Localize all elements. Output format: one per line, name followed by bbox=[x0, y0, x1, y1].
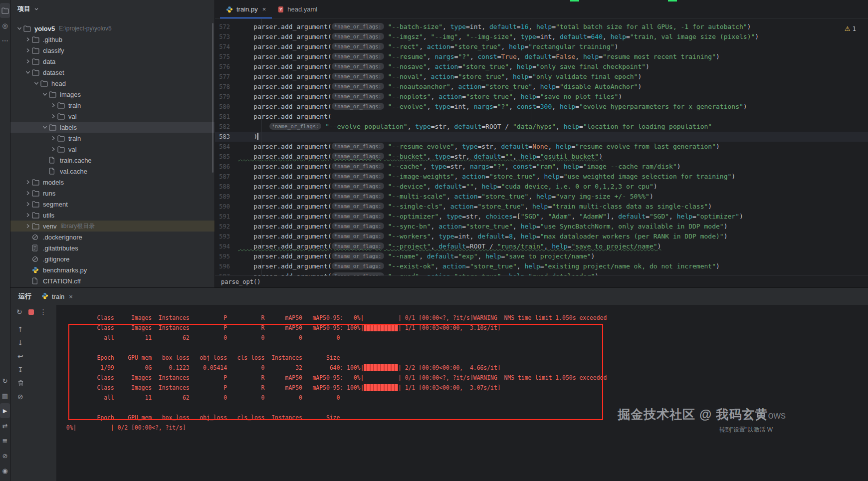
tree-item-CITATION.cff[interactable]: CITATION.cff bbox=[10, 275, 215, 286]
code-line-589[interactable]: 589 parser.add_argument(*name_or_flags: … bbox=[215, 192, 868, 202]
code-line-591[interactable]: 591 parser.add_argument(*name_or_flags: … bbox=[215, 212, 868, 222]
chevron-right-icon[interactable] bbox=[24, 36, 32, 43]
chevron-down-icon[interactable] bbox=[15, 25, 23, 32]
sync-tool-icon[interactable]: ↻ bbox=[0, 373, 10, 388]
down-stack-button[interactable]: ↓ bbox=[17, 337, 30, 348]
tree-item-dataset[interactable]: dataset bbox=[10, 67, 215, 78]
tree-item-venv[interactable]: venvlibrary根目录 bbox=[10, 221, 215, 232]
code-line-582[interactable]: 582 *name_or_flags: "--evolve_population… bbox=[215, 122, 868, 132]
code-line-584[interactable]: 584 parser.add_argument(*name_or_flags: … bbox=[215, 142, 868, 152]
tree-item-classify[interactable]: classify bbox=[10, 45, 215, 56]
run-console[interactable]: Class Images Instances P R mAP50 mAP50-9… bbox=[56, 305, 868, 481]
structure-tool-icon[interactable]: ▦ bbox=[0, 388, 10, 403]
stop-button[interactable] bbox=[28, 309, 34, 315]
run-tool-icon[interactable]: ▶ bbox=[0, 403, 10, 418]
tab-train.py[interactable]: train.py× bbox=[220, 0, 272, 18]
commit-tool-icon[interactable]: ◎ bbox=[0, 18, 10, 33]
tree-item-val.cache[interactable]: val.cache bbox=[10, 166, 215, 177]
code-line-597[interactable]: 597 parser.add_argument(*name_or_flags: … bbox=[215, 271, 868, 275]
code-line-577[interactable]: 577 parser.add_argument(*name_or_flags: … bbox=[215, 72, 868, 82]
notifications-tool-icon[interactable]: ◉ bbox=[0, 463, 10, 478]
code-line-586[interactable]: 586 parser.add_argument(*name_or_flags: … bbox=[215, 162, 868, 172]
chevron-right-icon[interactable] bbox=[49, 146, 57, 153]
chevron-right-icon[interactable] bbox=[24, 190, 32, 197]
chevron-right-icon[interactable] bbox=[49, 113, 57, 120]
breadcrumb[interactable]: parse_opt() bbox=[215, 275, 868, 287]
rerun-button[interactable]: ↻ bbox=[16, 308, 22, 316]
tree-item-head[interactable]: head bbox=[10, 78, 215, 89]
chevron-right-icon[interactable] bbox=[49, 135, 57, 142]
tree-item-val[interactable]: val bbox=[10, 111, 215, 122]
code-line-594[interactable]: 594 parser.add_argument(*name_or_flags: … bbox=[215, 241, 868, 251]
tree-item-.gitignore[interactable]: .gitignore bbox=[10, 253, 215, 264]
tab-head.yaml[interactable]: head.yaml bbox=[272, 0, 323, 18]
code-line-583[interactable]: 583 ) bbox=[215, 132, 868, 142]
code-line-580[interactable]: 580 parser.add_argument(*name_or_flags: … bbox=[215, 102, 868, 112]
warning-count: 1 bbox=[853, 24, 856, 34]
tree-item-models[interactable]: models bbox=[10, 177, 215, 188]
tree-item-.github[interactable]: .github bbox=[10, 34, 215, 45]
chevron-right-icon[interactable] bbox=[24, 47, 32, 54]
code-line-579[interactable]: 579 parser.add_argument(*name_or_flags: … bbox=[215, 92, 868, 102]
code-line-585[interactable]: 585 parser.add_argument(*name_or_flags: … bbox=[215, 152, 868, 162]
project-panel-header[interactable]: 项目 bbox=[10, 0, 215, 18]
project-tool-icon[interactable] bbox=[0, 3, 10, 18]
mute-output-button[interactable]: ⊘ bbox=[17, 391, 30, 402]
code-line-572[interactable]: 572 parser.add_argument(*name_or_flags: … bbox=[215, 22, 868, 32]
chevron-right-icon[interactable] bbox=[24, 179, 32, 186]
code-line-588[interactable]: 588 parser.add_argument(*name_or_flags: … bbox=[215, 182, 868, 192]
scroll-end-button[interactable]: ↧ bbox=[17, 364, 30, 375]
code-line-574[interactable]: 574 parser.add_argument(*name_or_flags: … bbox=[215, 42, 868, 52]
tree-item-segment[interactable]: segment bbox=[10, 199, 215, 210]
chevron-down-icon[interactable] bbox=[24, 69, 32, 76]
tree-item-.dockerignore[interactable]: .dockerignore bbox=[10, 232, 215, 242]
code-line-575[interactable]: 575 parser.add_argument(*name_or_flags: … bbox=[215, 52, 868, 62]
tree-item-.gitattributes[interactable]: .gitattributes bbox=[10, 242, 215, 253]
tree-item-utils[interactable]: utils bbox=[10, 210, 215, 221]
code-editor[interactable]: 572 parser.add_argument(*name_or_flags: … bbox=[215, 19, 868, 275]
services-tool-icon[interactable]: ⇄ bbox=[0, 418, 10, 433]
more-tools-icon[interactable]: ⋯ bbox=[0, 33, 10, 48]
code-line-581[interactable]: 581 parser.add_argument( bbox=[215, 112, 868, 122]
tree-item-train[interactable]: train bbox=[10, 100, 215, 111]
breadcrumb-function[interactable]: parse_opt() bbox=[221, 278, 260, 285]
chevron-down-icon[interactable] bbox=[33, 6, 39, 12]
tree-item-val[interactable]: val bbox=[10, 144, 215, 155]
chevron-right-icon[interactable] bbox=[24, 58, 32, 65]
chevron-down-icon[interactable] bbox=[32, 80, 40, 87]
problems-tool-icon[interactable]: ⊘ bbox=[0, 448, 10, 463]
code-line-587[interactable]: 587 parser.add_argument(*name_or_flags: … bbox=[215, 172, 868, 182]
tree-item-data[interactable]: data bbox=[10, 56, 215, 67]
tree-item-yolov5[interactable]: yolov5E:\project-py\yolov5 bbox=[10, 23, 215, 34]
chevron-right-icon[interactable] bbox=[24, 212, 32, 219]
chevron-down-icon[interactable] bbox=[41, 124, 49, 131]
tree-item-labels[interactable]: labels bbox=[10, 122, 215, 133]
code-line-593[interactable]: 593 parser.add_argument(*name_or_flags: … bbox=[215, 232, 868, 241]
tree-item-train.cache[interactable]: train.cache bbox=[10, 155, 215, 166]
chevron-right-icon[interactable] bbox=[49, 102, 57, 109]
todo-tool-icon[interactable]: ≣ bbox=[0, 433, 10, 448]
tree-item-runs[interactable]: runs bbox=[10, 188, 215, 199]
code-line-578[interactable]: 578 parser.add_argument(*name_or_flags: … bbox=[215, 82, 868, 92]
more-options-button[interactable]: ⋮ bbox=[40, 308, 47, 316]
tree-item-benchmarks.py[interactable]: benchmarks.py bbox=[10, 264, 215, 275]
close-icon[interactable]: × bbox=[69, 293, 73, 300]
up-stack-button[interactable]: ↑ bbox=[17, 324, 30, 335]
code-line-592[interactable]: 592 parser.add_argument(*name_or_flags: … bbox=[215, 222, 868, 232]
tree-item-train[interactable]: train bbox=[10, 133, 215, 144]
run-tab-train[interactable]: train × bbox=[41, 292, 73, 301]
code-line-590[interactable]: 590 parser.add_argument(*name_or_flags: … bbox=[215, 202, 868, 212]
close-icon[interactable]: × bbox=[262, 5, 266, 13]
chevron-down-icon[interactable] bbox=[41, 91, 49, 98]
soft-wrap-button[interactable]: ↩ bbox=[17, 351, 30, 362]
code-line-596[interactable]: 596 parser.add_argument(*name_or_flags: … bbox=[215, 261, 868, 271]
code-line-576[interactable]: 576 parser.add_argument(*name_or_flags: … bbox=[215, 62, 868, 72]
code-line-573[interactable]: 573 parser.add_argument(*name_or_flags: … bbox=[215, 32, 868, 42]
project-scrollbar[interactable] bbox=[212, 23, 214, 173]
chevron-right-icon[interactable] bbox=[24, 223, 32, 230]
tree-item-images[interactable]: images bbox=[10, 89, 215, 100]
clear-console-button[interactable] bbox=[17, 378, 30, 389]
chevron-right-icon[interactable] bbox=[24, 201, 32, 208]
code-line-595[interactable]: 595 parser.add_argument(*name_or_flags: … bbox=[215, 251, 868, 261]
inspection-widget[interactable]: ⚠ 1 bbox=[845, 24, 856, 34]
